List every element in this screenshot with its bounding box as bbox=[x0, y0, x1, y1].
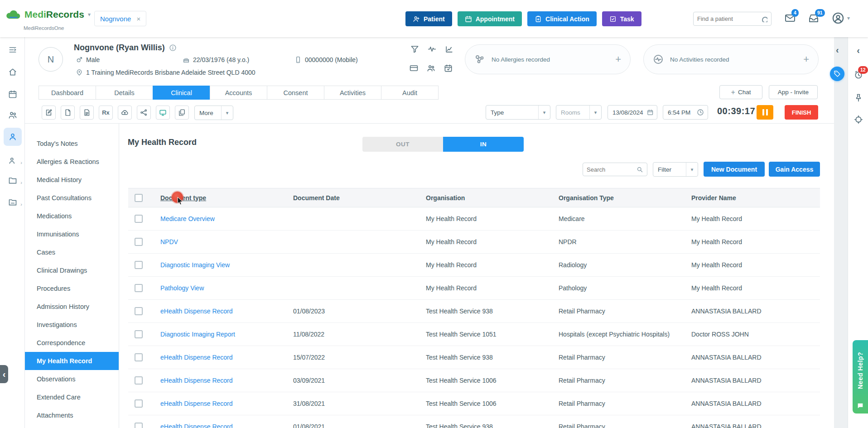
row-checkbox[interactable] bbox=[135, 376, 143, 385]
sidebar-item-procedures[interactable]: Procedures bbox=[25, 279, 119, 298]
appointment-button[interactable]: Appointment bbox=[458, 11, 522, 26]
need-help-tab[interactable]: Need Help? bbox=[853, 340, 868, 414]
tab-consent[interactable]: Consent bbox=[267, 86, 324, 100]
chat-button[interactable]: +Chat bbox=[719, 85, 762, 99]
document-type-link[interactable]: eHealth Dispense Record bbox=[160, 377, 233, 384]
document-type-link[interactable]: NPDV bbox=[160, 238, 178, 245]
sidebar-item-immunisations[interactable]: Immunisations bbox=[25, 225, 119, 243]
new-document-button[interactable]: New Document bbox=[704, 162, 765, 177]
document-type-link[interactable]: eHealth Dispense Record bbox=[160, 400, 233, 407]
add-allergy-button[interactable]: + bbox=[615, 53, 621, 65]
folder-shared-icon[interactable]: › bbox=[4, 193, 22, 211]
info-icon[interactable] bbox=[169, 44, 177, 52]
referral-icon[interactable] bbox=[137, 106, 151, 120]
document-search-input[interactable] bbox=[587, 166, 634, 173]
column-document-date[interactable]: Document Date bbox=[293, 194, 426, 202]
collapse-panel-icon[interactable]: ‹ bbox=[848, 46, 868, 55]
collapse-sidebar-icon[interactable]: ‹ bbox=[836, 45, 839, 54]
telehealth-icon[interactable] bbox=[156, 106, 170, 120]
add-activity-button[interactable]: + bbox=[803, 53, 809, 65]
vitals-icon[interactable] bbox=[426, 43, 437, 54]
reminders-button[interactable]: 12 bbox=[848, 70, 868, 79]
patients-icon[interactable] bbox=[4, 128, 22, 146]
type-dropdown[interactable]: Type▾ bbox=[486, 105, 550, 120]
sidebar-item-today-s-notes[interactable]: Today's Notes bbox=[25, 135, 119, 153]
clinical-action-button[interactable]: Clinical Action bbox=[527, 11, 597, 26]
tags-button[interactable] bbox=[830, 67, 844, 81]
template-icon[interactable] bbox=[80, 106, 94, 120]
account-menu[interactable]: ▾ bbox=[832, 12, 850, 24]
home-icon[interactable] bbox=[4, 63, 22, 81]
time-field[interactable]: 6:54 PM bbox=[663, 105, 708, 120]
close-icon[interactable]: × bbox=[136, 15, 140, 23]
row-checkbox[interactable] bbox=[135, 330, 143, 338]
growth-chart-icon[interactable] bbox=[444, 43, 454, 54]
more-dropdown[interactable]: More▾ bbox=[194, 106, 233, 120]
tab-activities[interactable]: Activities bbox=[324, 86, 381, 100]
calendar-icon[interactable] bbox=[4, 85, 22, 103]
document-type-link[interactable]: Diagnostic Imaging Report bbox=[160, 331, 235, 338]
gain-access-button[interactable]: Gain Access bbox=[769, 162, 820, 177]
document-type-link[interactable]: Pathology View bbox=[160, 284, 204, 292]
brand[interactable]: MediRecords ▾ bbox=[5, 9, 91, 20]
appointments-icon[interactable] bbox=[443, 63, 453, 73]
sidebar-item-correspondence[interactable]: Correspondence bbox=[25, 334, 119, 352]
sidebar-item-my-health-record[interactable]: My Health Record bbox=[25, 352, 119, 370]
out-toggle[interactable]: OUT bbox=[362, 137, 443, 152]
folder-icon[interactable]: › bbox=[4, 171, 22, 189]
document-type-link[interactable]: eHealth Dispense Record bbox=[160, 423, 233, 428]
expand-menu-icon[interactable] bbox=[4, 41, 22, 59]
open-patient-tab[interactable]: Nognvone × bbox=[94, 11, 146, 26]
date-field[interactable]: 13/08/2024 bbox=[608, 105, 657, 120]
family-icon[interactable] bbox=[425, 63, 436, 73]
filter-dropdown[interactable]: Filter▾ bbox=[653, 162, 698, 177]
column-organisation-type[interactable]: Organisation Type bbox=[559, 194, 691, 202]
sidebar-item-cases[interactable]: Cases bbox=[25, 243, 119, 261]
cloud-upload-icon[interactable] bbox=[118, 106, 132, 120]
tab-clinical[interactable]: Clinical bbox=[153, 86, 210, 100]
row-checkbox[interactable] bbox=[135, 238, 143, 246]
progress-note-icon[interactable] bbox=[42, 106, 56, 120]
column-organisation[interactable]: Organisation bbox=[426, 194, 559, 202]
tab-audit[interactable]: Audit bbox=[381, 86, 439, 100]
search-icon[interactable] bbox=[761, 15, 767, 22]
row-checkbox[interactable] bbox=[135, 423, 143, 428]
in-toggle[interactable]: IN bbox=[443, 137, 524, 152]
medicare-card-icon[interactable] bbox=[408, 63, 419, 73]
sidebar-item-extended-care[interactable]: Extended Care bbox=[25, 388, 119, 406]
patient-button[interactable]: Patient bbox=[405, 11, 452, 26]
row-checkbox[interactable] bbox=[135, 307, 143, 315]
pause-button[interactable] bbox=[757, 105, 773, 120]
row-checkbox[interactable] bbox=[135, 353, 143, 361]
document-type-link[interactable]: Medicare Overview bbox=[160, 215, 215, 222]
collapse-edge-tab[interactable]: ‹ bbox=[0, 365, 8, 383]
row-checkbox[interactable] bbox=[135, 284, 143, 292]
sidebar-item-medical-history[interactable]: Medical History bbox=[25, 171, 119, 189]
rooms-dropdown[interactable]: Rooms▾ bbox=[556, 105, 602, 120]
row-checkbox[interactable] bbox=[135, 261, 143, 269]
sidebar-item-attachments[interactable]: Attachments bbox=[25, 406, 119, 424]
documents-icon[interactable] bbox=[175, 106, 189, 120]
filter-icon[interactable] bbox=[409, 43, 420, 54]
task-button[interactable]: Task bbox=[602, 11, 641, 26]
prescription-icon[interactable]: Rx bbox=[99, 106, 113, 120]
tab-accounts[interactable]: Accounts bbox=[210, 86, 267, 100]
document-type-link[interactable]: Diagnostic Imaging View bbox=[160, 261, 230, 269]
find-patient-input[interactable] bbox=[697, 15, 758, 22]
mail-button[interactable]: 4 bbox=[785, 13, 796, 24]
sidebar-item-allergies-reactions[interactable]: Allergies & Reactions bbox=[25, 153, 119, 171]
document-type-link[interactable]: eHealth Dispense Record bbox=[160, 354, 233, 361]
app-invite-button[interactable]: App - Invite bbox=[769, 85, 818, 99]
pin-button[interactable] bbox=[848, 93, 868, 102]
sidebar-item-medications[interactable]: Medications bbox=[25, 207, 119, 225]
target-button[interactable] bbox=[848, 115, 868, 124]
sidebar-item-admission-history[interactable]: Admission History bbox=[25, 298, 119, 316]
tab-details[interactable]: Details bbox=[96, 86, 153, 100]
column-provider-name[interactable]: Provider Name bbox=[691, 194, 820, 202]
tab-dashboard[interactable]: Dashboard bbox=[39, 86, 96, 100]
select-all-checkbox[interactable] bbox=[135, 194, 143, 202]
chevron-down-icon[interactable]: ▾ bbox=[88, 11, 91, 18]
row-checkbox[interactable] bbox=[135, 399, 143, 408]
sidebar-item-past-consultations[interactable]: Past Consultations bbox=[25, 189, 119, 207]
tray-button[interactable]: 91 bbox=[808, 13, 819, 24]
